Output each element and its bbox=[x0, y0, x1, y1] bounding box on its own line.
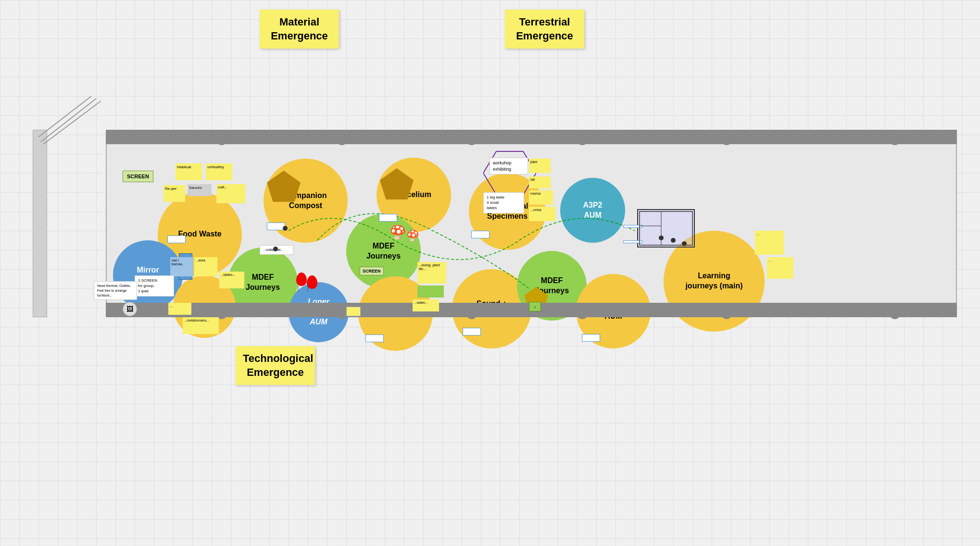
balloon-1 bbox=[296, 273, 307, 286]
rack-dot-5 bbox=[721, 135, 732, 145]
rack-dot-8 bbox=[337, 309, 347, 319]
sticky-marina[interactable]: marina bbox=[529, 190, 553, 205]
sticky-habitual[interactable]: Habitual bbox=[176, 163, 202, 180]
screen-label-mid: SCREEN bbox=[360, 267, 384, 275]
sticky-sauces[interactable]: Sauces bbox=[188, 184, 212, 196]
dot-floor-1 bbox=[659, 236, 664, 240]
mushroom-2: 🍄 bbox=[406, 230, 419, 242]
sticky-plant-3[interactable]: ...water... bbox=[413, 299, 439, 311]
rack-dot-4 bbox=[577, 135, 588, 145]
tag-biomaterial bbox=[471, 231, 490, 238]
sticky-pipw[interactable]: pipw bbox=[529, 159, 551, 173]
dot-floor-2 bbox=[671, 238, 676, 243]
iaac-main-screen-label bbox=[7, 192, 22, 288]
circle-mdef-journeys-center[interactable]: MDEFJourneys bbox=[346, 214, 421, 288]
tag-mycelium bbox=[379, 214, 397, 222]
rack-dot-10 bbox=[577, 309, 588, 319]
sticky-meta-3[interactable]: ...tables... bbox=[219, 272, 244, 288]
sticky-tati[interactable]: tati bbox=[529, 176, 551, 188]
sticky-craft[interactable]: craft... bbox=[216, 184, 245, 203]
dot-floor-3 bbox=[682, 241, 687, 246]
sound-green-tag: ♪ bbox=[529, 302, 541, 311]
light-rack-1 bbox=[106, 130, 957, 144]
workshop-text: workshopexhibiting bbox=[490, 158, 528, 174]
biomaterial-table-note: 1 big table4 smalltables bbox=[483, 192, 524, 213]
sticky-terrestrial-emergence[interactable]: TerrestrialEmergence bbox=[505, 10, 584, 49]
loner-small-card bbox=[346, 307, 361, 316]
rack-dot-12 bbox=[890, 309, 900, 319]
rack-dot-9 bbox=[466, 309, 477, 319]
svg-line-2 bbox=[38, 96, 91, 137]
dot-node-mdef-left bbox=[273, 247, 278, 251]
small-icon-meta-2: 🖼 bbox=[123, 302, 137, 316]
sticky-meta-5[interactable]: ...metahumans... bbox=[183, 317, 219, 334]
sticky-lj-2[interactable]: ... bbox=[767, 257, 793, 279]
diagonal-indicator bbox=[38, 96, 111, 154]
rack-dot-3 bbox=[466, 135, 477, 145]
tag-sound bbox=[463, 328, 481, 335]
sticky-bio-extra[interactable]: ...unisa bbox=[529, 207, 555, 221]
label-a3p2-2 bbox=[623, 240, 642, 243]
balloon-2 bbox=[307, 275, 317, 289]
svg-line-0 bbox=[43, 101, 101, 144]
mushroom-1: 🍄 bbox=[389, 224, 406, 240]
rack-dot-11 bbox=[721, 309, 732, 319]
rack-dot-1 bbox=[216, 135, 227, 145]
sticky-material-emergence[interactable]: MaterialEmergence bbox=[260, 10, 339, 49]
svg-line-1 bbox=[41, 99, 96, 142]
sticky-unhealthy[interactable]: unhealthy bbox=[206, 163, 232, 180]
tag-food-waste bbox=[167, 236, 186, 243]
sticky-meta-4[interactable]: ... bbox=[168, 303, 191, 315]
sticky-plant-1[interactable]: ...biolog. plant life... bbox=[417, 262, 446, 284]
rack-dot-2 bbox=[337, 135, 347, 145]
screen-group-note: 1 SCREENfor group,1 ipad bbox=[135, 275, 174, 297]
tag-plant bbox=[365, 335, 384, 342]
rack-dot-6 bbox=[890, 135, 900, 145]
iaac-screen-bar bbox=[33, 130, 47, 317]
circle-a3p2-aum[interactable]: A3P2AUM bbox=[560, 178, 625, 243]
sticky-meta-1[interactable]: can i borrow... bbox=[170, 257, 193, 276]
dot-mdef-center bbox=[283, 226, 288, 231]
sticky-lj-1[interactable]: ... bbox=[755, 231, 784, 255]
sticky-meta-2[interactable]: ...area bbox=[194, 257, 217, 276]
sticky-technological-emergence[interactable]: TechnologicalEmergence bbox=[236, 346, 315, 385]
label-a3p2-1 bbox=[623, 225, 642, 228]
screen-label: SCREEN bbox=[123, 171, 153, 182]
sticky-plant-2[interactable] bbox=[417, 285, 444, 298]
tag-hugger bbox=[582, 334, 600, 342]
sticky-re-per[interactable]: Re-per bbox=[163, 185, 185, 202]
need-node-box: Need thermal. Outlets. Feel free to arra… bbox=[94, 281, 137, 300]
